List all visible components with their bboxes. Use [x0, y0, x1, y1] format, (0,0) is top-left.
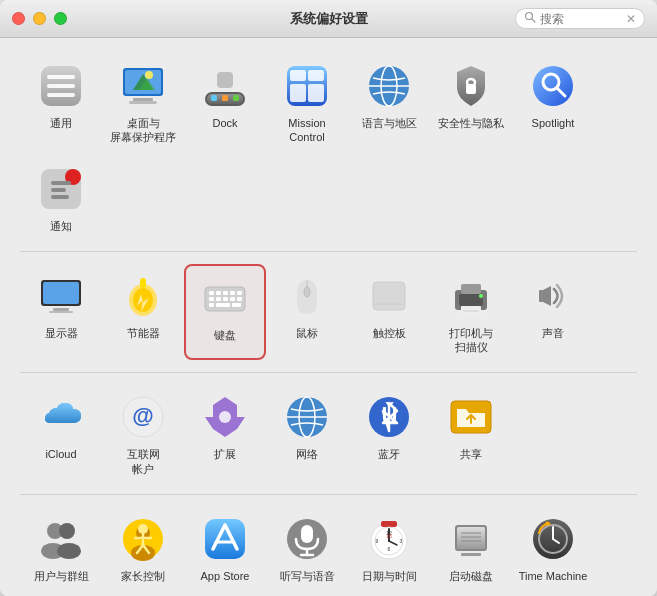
section-system: 用户与群组 — [20, 507, 637, 596]
mouse-icon — [281, 270, 333, 322]
svg-point-60 — [304, 287, 310, 297]
close-button[interactable] — [12, 12, 25, 25]
svg-rect-55 — [237, 297, 242, 301]
pref-security[interactable]: 安全性与隐私 — [430, 54, 512, 151]
startup-label: 启动磁盘 — [449, 569, 493, 583]
sharing-icon — [445, 391, 497, 443]
network-icon — [281, 391, 333, 443]
svg-rect-49 — [230, 291, 235, 295]
parental-label: 家长控制 — [121, 569, 165, 583]
pref-dock[interactable]: Dock — [184, 54, 266, 151]
general-label: 通用 — [50, 116, 72, 130]
pref-general[interactable]: 通用 — [20, 54, 102, 151]
sound-label: 声音 — [542, 326, 564, 340]
svg-line-1 — [532, 19, 535, 22]
pref-network[interactable]: 网络 — [266, 385, 348, 482]
network-label: 网络 — [296, 447, 318, 461]
search-input[interactable] — [540, 12, 620, 26]
pref-printer[interactable]: 打印机与 扫描仪 — [430, 264, 512, 361]
svg-rect-39 — [53, 308, 69, 311]
svg-rect-38 — [43, 282, 79, 304]
timemachine-icon — [527, 513, 579, 565]
pref-users[interactable]: 用户与群组 — [20, 507, 102, 589]
pref-spotlight[interactable]: Spotlight — [512, 54, 594, 151]
svg-rect-16 — [222, 95, 228, 101]
energy-icon — [117, 270, 169, 322]
svg-rect-56 — [209, 303, 214, 307]
pref-mouse[interactable]: 鼠标 — [266, 264, 348, 361]
preferences-content: 通用 — [0, 38, 657, 596]
svg-text:3: 3 — [400, 538, 403, 544]
desktop-label: 桌面与 屏幕保护程序 — [110, 116, 176, 145]
svg-rect-43 — [140, 278, 146, 288]
svg-rect-34 — [51, 181, 71, 185]
appstore-label: App Store — [201, 569, 250, 583]
pref-notification[interactable]: 通知 — [20, 157, 102, 239]
parental-icon — [117, 513, 169, 565]
svg-point-86 — [131, 545, 155, 561]
keyboard-label: 键盘 — [214, 328, 236, 342]
extensions-icon — [199, 391, 251, 443]
sharing-label: 共享 — [460, 447, 482, 461]
svg-rect-40 — [49, 311, 73, 313]
system-grid: 用户与群组 — [20, 507, 637, 596]
pref-keyboard[interactable]: 键盘 — [184, 264, 266, 361]
svg-rect-47 — [216, 291, 221, 295]
pref-bluetooth[interactable]: Ǔ 蓝牙 — [348, 385, 430, 482]
pref-language[interactable]: 语言与地区 — [348, 54, 430, 151]
pref-icloud[interactable]: iCloud — [20, 385, 102, 482]
datetime-icon: 12 6 9 3 18 — [363, 513, 415, 565]
svg-rect-22 — [290, 84, 306, 102]
svg-rect-50 — [237, 291, 242, 295]
titlebar: 系统偏好设置 ✕ — [0, 0, 657, 38]
svg-rect-17 — [233, 95, 239, 101]
notification-label: 通知 — [50, 219, 72, 233]
svg-rect-69 — [539, 290, 543, 302]
trackpad-icon — [363, 270, 415, 322]
svg-rect-61 — [373, 282, 405, 310]
pref-extensions[interactable]: 扩展 — [184, 385, 266, 482]
pref-desktop[interactable]: 桌面与 屏幕保护程序 — [102, 54, 184, 151]
svg-rect-18 — [217, 72, 233, 88]
section-personal: 通用 — [20, 54, 637, 239]
pref-trackpad[interactable]: 触控板 — [348, 264, 430, 361]
internet-accounts-icon: @ — [117, 391, 169, 443]
pref-parental[interactable]: 家长控制 — [102, 507, 184, 589]
svg-rect-9 — [129, 101, 157, 104]
pref-dictation[interactable]: 听写与语音 — [266, 507, 348, 589]
startup-icon — [445, 513, 497, 565]
svg-rect-95 — [301, 525, 313, 543]
svg-rect-53 — [223, 297, 228, 301]
pref-appstore[interactable]: App Store — [184, 507, 266, 589]
pref-sharing[interactable]: 共享 — [430, 385, 512, 482]
internet-grid: iCloud @ 互联网 帐户 — [20, 385, 637, 482]
pref-mission[interactable]: Mission Control — [266, 54, 348, 151]
pref-internetaccounts[interactable]: @ 互联网 帐户 — [102, 385, 184, 482]
svg-text:9: 9 — [376, 538, 379, 544]
pref-display[interactable]: 显示器 — [20, 264, 102, 361]
svg-rect-54 — [230, 297, 235, 301]
mission-icon — [281, 60, 333, 112]
spotlight-icon — [527, 60, 579, 112]
pref-sound[interactable]: 声音 — [512, 264, 594, 361]
minimize-button[interactable] — [33, 12, 46, 25]
pref-timemachine[interactable]: Time Machine — [512, 507, 594, 589]
svg-point-29 — [533, 66, 573, 106]
sound-icon — [527, 270, 579, 322]
display-label: 显示器 — [45, 326, 78, 340]
pref-energy[interactable]: 节能器 — [102, 264, 184, 361]
pref-startup[interactable]: 启动磁盘 — [430, 507, 512, 589]
svg-rect-4 — [47, 84, 75, 88]
search-clear-button[interactable]: ✕ — [626, 12, 636, 26]
mission-label: Mission Control — [288, 116, 325, 145]
security-icon — [445, 60, 497, 112]
search-box[interactable]: ✕ — [515, 8, 645, 29]
dock-label: Dock — [212, 116, 237, 130]
svg-rect-8 — [133, 98, 153, 101]
svg-point-87 — [138, 524, 148, 534]
energy-label: 节能器 — [127, 326, 160, 340]
section-internet: iCloud @ 互联网 帐户 — [20, 385, 637, 482]
maximize-button[interactable] — [54, 12, 67, 25]
users-label: 用户与群组 — [34, 569, 89, 583]
pref-datetime[interactable]: 12 6 9 3 18 日期与时间 — [348, 507, 430, 589]
